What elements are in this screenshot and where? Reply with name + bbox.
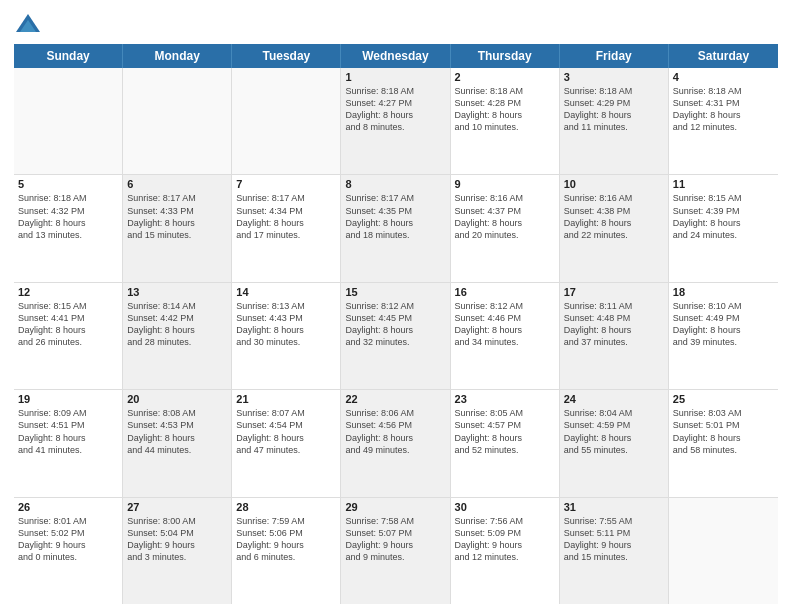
day-info: Sunrise: 8:12 AM Sunset: 4:45 PM Dayligh… [345, 300, 445, 349]
day-27: 27Sunrise: 8:00 AM Sunset: 5:04 PM Dayli… [123, 498, 232, 604]
calendar-row-2: 12Sunrise: 8:15 AM Sunset: 4:41 PM Dayli… [14, 283, 778, 390]
day-info: Sunrise: 8:18 AM Sunset: 4:28 PM Dayligh… [455, 85, 555, 134]
calendar-row-1: 5Sunrise: 8:18 AM Sunset: 4:32 PM Daylig… [14, 175, 778, 282]
day-24: 24Sunrise: 8:04 AM Sunset: 4:59 PM Dayli… [560, 390, 669, 496]
day-info: Sunrise: 7:59 AM Sunset: 5:06 PM Dayligh… [236, 515, 336, 564]
weekday-monday: Monday [123, 44, 232, 68]
day-29: 29Sunrise: 7:58 AM Sunset: 5:07 PM Dayli… [341, 498, 450, 604]
day-info: Sunrise: 8:15 AM Sunset: 4:39 PM Dayligh… [673, 192, 774, 241]
weekday-friday: Friday [560, 44, 669, 68]
calendar-row-4: 26Sunrise: 8:01 AM Sunset: 5:02 PM Dayli… [14, 498, 778, 604]
day-9: 9Sunrise: 8:16 AM Sunset: 4:37 PM Daylig… [451, 175, 560, 281]
weekday-saturday: Saturday [669, 44, 778, 68]
day-info: Sunrise: 8:07 AM Sunset: 4:54 PM Dayligh… [236, 407, 336, 456]
day-number: 27 [127, 501, 227, 513]
weekday-tuesday: Tuesday [232, 44, 341, 68]
day-14: 14Sunrise: 8:13 AM Sunset: 4:43 PM Dayli… [232, 283, 341, 389]
day-number: 18 [673, 286, 774, 298]
day-15: 15Sunrise: 8:12 AM Sunset: 4:45 PM Dayli… [341, 283, 450, 389]
calendar: SundayMondayTuesdayWednesdayThursdayFrid… [14, 44, 778, 604]
day-info: Sunrise: 8:17 AM Sunset: 4:34 PM Dayligh… [236, 192, 336, 241]
day-number: 12 [18, 286, 118, 298]
day-16: 16Sunrise: 8:12 AM Sunset: 4:46 PM Dayli… [451, 283, 560, 389]
day-number: 17 [564, 286, 664, 298]
day-number: 26 [18, 501, 118, 513]
day-info: Sunrise: 8:18 AM Sunset: 4:29 PM Dayligh… [564, 85, 664, 134]
calendar-row-0: 1Sunrise: 8:18 AM Sunset: 4:27 PM Daylig… [14, 68, 778, 175]
day-info: Sunrise: 7:55 AM Sunset: 5:11 PM Dayligh… [564, 515, 664, 564]
day-5: 5Sunrise: 8:18 AM Sunset: 4:32 PM Daylig… [14, 175, 123, 281]
day-number: 4 [673, 71, 774, 83]
day-info: Sunrise: 8:17 AM Sunset: 4:33 PM Dayligh… [127, 192, 227, 241]
day-number: 20 [127, 393, 227, 405]
day-info: Sunrise: 8:04 AM Sunset: 4:59 PM Dayligh… [564, 407, 664, 456]
day-info: Sunrise: 8:17 AM Sunset: 4:35 PM Dayligh… [345, 192, 445, 241]
page: SundayMondayTuesdayWednesdayThursdayFrid… [0, 0, 792, 612]
day-10: 10Sunrise: 8:16 AM Sunset: 4:38 PM Dayli… [560, 175, 669, 281]
day-30: 30Sunrise: 7:56 AM Sunset: 5:09 PM Dayli… [451, 498, 560, 604]
day-number: 14 [236, 286, 336, 298]
calendar-body: 1Sunrise: 8:18 AM Sunset: 4:27 PM Daylig… [14, 68, 778, 604]
day-info: Sunrise: 8:12 AM Sunset: 4:46 PM Dayligh… [455, 300, 555, 349]
day-number: 22 [345, 393, 445, 405]
day-18: 18Sunrise: 8:10 AM Sunset: 4:49 PM Dayli… [669, 283, 778, 389]
day-number: 6 [127, 178, 227, 190]
day-info: Sunrise: 8:01 AM Sunset: 5:02 PM Dayligh… [18, 515, 118, 564]
day-info: Sunrise: 8:00 AM Sunset: 5:04 PM Dayligh… [127, 515, 227, 564]
day-7: 7Sunrise: 8:17 AM Sunset: 4:34 PM Daylig… [232, 175, 341, 281]
day-info: Sunrise: 8:16 AM Sunset: 4:38 PM Dayligh… [564, 192, 664, 241]
header [14, 10, 778, 38]
logo [14, 10, 46, 38]
day-info: Sunrise: 8:05 AM Sunset: 4:57 PM Dayligh… [455, 407, 555, 456]
day-number: 2 [455, 71, 555, 83]
day-info: Sunrise: 8:16 AM Sunset: 4:37 PM Dayligh… [455, 192, 555, 241]
calendar-header: SundayMondayTuesdayWednesdayThursdayFrid… [14, 44, 778, 68]
empty-cell [669, 498, 778, 604]
day-number: 13 [127, 286, 227, 298]
day-info: Sunrise: 8:11 AM Sunset: 4:48 PM Dayligh… [564, 300, 664, 349]
day-number: 10 [564, 178, 664, 190]
day-31: 31Sunrise: 7:55 AM Sunset: 5:11 PM Dayli… [560, 498, 669, 604]
day-info: Sunrise: 8:18 AM Sunset: 4:31 PM Dayligh… [673, 85, 774, 134]
logo-icon [14, 10, 42, 38]
day-number: 23 [455, 393, 555, 405]
day-19: 19Sunrise: 8:09 AM Sunset: 4:51 PM Dayli… [14, 390, 123, 496]
day-number: 5 [18, 178, 118, 190]
day-number: 15 [345, 286, 445, 298]
empty-cell [14, 68, 123, 174]
day-20: 20Sunrise: 8:08 AM Sunset: 4:53 PM Dayli… [123, 390, 232, 496]
day-number: 25 [673, 393, 774, 405]
day-info: Sunrise: 8:06 AM Sunset: 4:56 PM Dayligh… [345, 407, 445, 456]
day-number: 11 [673, 178, 774, 190]
day-number: 16 [455, 286, 555, 298]
day-number: 29 [345, 501, 445, 513]
day-number: 8 [345, 178, 445, 190]
day-info: Sunrise: 7:58 AM Sunset: 5:07 PM Dayligh… [345, 515, 445, 564]
day-17: 17Sunrise: 8:11 AM Sunset: 4:48 PM Dayli… [560, 283, 669, 389]
day-number: 21 [236, 393, 336, 405]
day-info: Sunrise: 7:56 AM Sunset: 5:09 PM Dayligh… [455, 515, 555, 564]
day-2: 2Sunrise: 8:18 AM Sunset: 4:28 PM Daylig… [451, 68, 560, 174]
day-info: Sunrise: 8:09 AM Sunset: 4:51 PM Dayligh… [18, 407, 118, 456]
day-info: Sunrise: 8:08 AM Sunset: 4:53 PM Dayligh… [127, 407, 227, 456]
weekday-sunday: Sunday [14, 44, 123, 68]
day-number: 31 [564, 501, 664, 513]
calendar-row-3: 19Sunrise: 8:09 AM Sunset: 4:51 PM Dayli… [14, 390, 778, 497]
day-info: Sunrise: 8:18 AM Sunset: 4:32 PM Dayligh… [18, 192, 118, 241]
day-info: Sunrise: 8:03 AM Sunset: 5:01 PM Dayligh… [673, 407, 774, 456]
weekday-wednesday: Wednesday [341, 44, 450, 68]
day-13: 13Sunrise: 8:14 AM Sunset: 4:42 PM Dayli… [123, 283, 232, 389]
day-26: 26Sunrise: 8:01 AM Sunset: 5:02 PM Dayli… [14, 498, 123, 604]
empty-cell [232, 68, 341, 174]
day-28: 28Sunrise: 7:59 AM Sunset: 5:06 PM Dayli… [232, 498, 341, 604]
day-4: 4Sunrise: 8:18 AM Sunset: 4:31 PM Daylig… [669, 68, 778, 174]
day-number: 30 [455, 501, 555, 513]
day-number: 1 [345, 71, 445, 83]
day-6: 6Sunrise: 8:17 AM Sunset: 4:33 PM Daylig… [123, 175, 232, 281]
day-22: 22Sunrise: 8:06 AM Sunset: 4:56 PM Dayli… [341, 390, 450, 496]
day-number: 24 [564, 393, 664, 405]
day-21: 21Sunrise: 8:07 AM Sunset: 4:54 PM Dayli… [232, 390, 341, 496]
day-info: Sunrise: 8:18 AM Sunset: 4:27 PM Dayligh… [345, 85, 445, 134]
day-11: 11Sunrise: 8:15 AM Sunset: 4:39 PM Dayli… [669, 175, 778, 281]
day-3: 3Sunrise: 8:18 AM Sunset: 4:29 PM Daylig… [560, 68, 669, 174]
